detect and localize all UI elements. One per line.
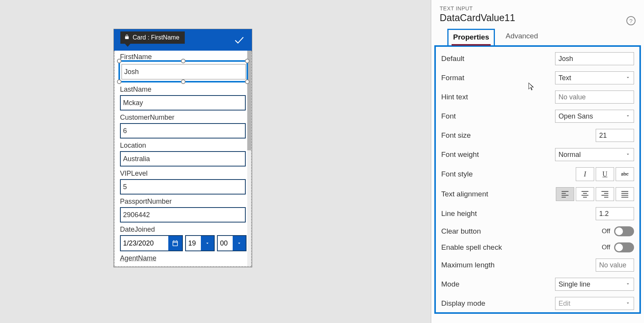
chevron-down-icon bbox=[625, 74, 631, 82]
hour-value: 19 bbox=[188, 239, 196, 247]
date-value[interactable] bbox=[121, 238, 168, 249]
lineheight-input[interactable] bbox=[596, 207, 634, 220]
field-label: CustomerNumber bbox=[120, 114, 246, 122]
minute-value: 00 bbox=[220, 239, 228, 247]
field-passportnumber[interactable]: PassportNumber bbox=[120, 198, 246, 222]
tab-properties[interactable]: Properties bbox=[447, 29, 495, 45]
prop-format: Format Text bbox=[441, 71, 634, 84]
strikethrough-button[interactable]: abc bbox=[616, 167, 634, 181]
displaymode-dropdown[interactable]: Edit bbox=[555, 297, 634, 310]
dropdown-value: Single line bbox=[559, 280, 590, 288]
prop-label: Maximum length bbox=[441, 261, 495, 269]
resize-handle[interactable] bbox=[117, 59, 122, 63]
prop-label: Format bbox=[441, 74, 464, 82]
lastname-input[interactable] bbox=[120, 95, 246, 110]
tab-advanced[interactable]: Advanced bbox=[501, 29, 543, 45]
customernumber-input[interactable] bbox=[120, 123, 246, 138]
prop-textalign: Text alignment bbox=[441, 187, 634, 201]
control-type-label: TEXT INPUT bbox=[440, 5, 636, 12]
underline-button[interactable]: U bbox=[596, 167, 614, 181]
prop-label: Font bbox=[441, 112, 456, 120]
align-right-button[interactable] bbox=[596, 187, 614, 201]
fontweight-dropdown[interactable]: Normal bbox=[555, 148, 634, 161]
resize-handle[interactable] bbox=[181, 79, 186, 84]
field-label: AgentName bbox=[120, 254, 246, 262]
field-label: PassportNumber bbox=[120, 198, 246, 206]
prop-label: Hint text bbox=[441, 93, 468, 101]
format-dropdown[interactable]: Text bbox=[555, 71, 634, 84]
hour-dropdown[interactable]: 19 bbox=[185, 235, 215, 251]
control-name: DataCardValue11 bbox=[440, 12, 636, 23]
calendar-icon[interactable] bbox=[168, 236, 182, 250]
prop-displaymode: Display mode Edit bbox=[441, 297, 634, 310]
field-firstname[interactable]: FirstName bbox=[120, 53, 246, 82]
field-label: LastName bbox=[120, 86, 246, 94]
field-viplevel[interactable]: VIPLevel bbox=[120, 170, 246, 194]
card-selection-tag[interactable]: Card : FirstName bbox=[120, 31, 185, 44]
dropdown-value: Normal bbox=[559, 151, 581, 159]
fontsize-input[interactable] bbox=[596, 129, 634, 142]
location-input[interactable] bbox=[120, 151, 246, 166]
field-agentname[interactable]: AgentName bbox=[120, 254, 246, 262]
field-lastname[interactable]: LastName bbox=[120, 86, 246, 110]
prop-label: Enable spell check bbox=[441, 243, 502, 252]
prop-fontweight: Font weight Normal bbox=[441, 148, 634, 161]
prop-label: Font style bbox=[441, 170, 473, 178]
field-label: VIPLevel bbox=[120, 170, 246, 178]
help-icon[interactable]: ? bbox=[626, 16, 636, 25]
prop-font: Font Open Sans bbox=[441, 110, 634, 123]
align-center-button[interactable] bbox=[576, 187, 594, 201]
prop-fontstyle: Font style I U abc bbox=[441, 167, 634, 181]
toggle-state: Off bbox=[602, 244, 610, 251]
card-tag-label: Card : FirstName bbox=[133, 34, 179, 41]
chevron-down-icon bbox=[233, 236, 246, 250]
prop-label: Default bbox=[441, 54, 464, 63]
prop-fontsize: Font size bbox=[441, 129, 634, 142]
font-dropdown[interactable]: Open Sans bbox=[555, 110, 634, 123]
prop-mode: Mode Single line bbox=[441, 278, 634, 291]
form-body: FirstName LastName CustomerNumber Locati… bbox=[114, 51, 252, 267]
hint-text-input[interactable] bbox=[555, 91, 634, 104]
viplevel-input[interactable] bbox=[120, 179, 246, 194]
clearbutton-toggle[interactable] bbox=[614, 226, 634, 236]
chevron-down-icon bbox=[625, 300, 631, 308]
firstname-input[interactable] bbox=[122, 64, 246, 79]
selected-control-outline[interactable] bbox=[118, 60, 248, 82]
maxlength-input[interactable] bbox=[596, 259, 634, 272]
mode-dropdown[interactable]: Single line bbox=[555, 278, 634, 291]
field-datejoined[interactable]: DateJoined 19 00 bbox=[120, 226, 246, 251]
italic-button[interactable]: I bbox=[576, 167, 594, 181]
field-location[interactable]: Location bbox=[120, 142, 246, 166]
chevron-down-icon bbox=[201, 236, 214, 250]
field-customernumber[interactable]: CustomerNumber bbox=[120, 114, 246, 138]
properties-body: Default Format Text Hint text Font Open … bbox=[434, 45, 641, 314]
prop-lineheight: Line height bbox=[441, 207, 634, 220]
chevron-down-icon bbox=[625, 112, 631, 120]
spellcheck-toggle[interactable] bbox=[614, 242, 634, 252]
prop-label: Display mode bbox=[441, 299, 485, 308]
date-picker[interactable] bbox=[120, 235, 183, 251]
prop-clearbutton: Clear button Off bbox=[441, 226, 634, 236]
prop-label: Line height bbox=[441, 209, 477, 218]
align-justify-button[interactable] bbox=[616, 187, 634, 201]
prop-maxlength: Maximum length bbox=[441, 259, 634, 272]
resize-handle[interactable] bbox=[181, 59, 186, 63]
card-header: Card : FirstName bbox=[114, 29, 252, 51]
field-label: DateJoined bbox=[120, 226, 246, 234]
passportnumber-input[interactable] bbox=[120, 207, 246, 222]
prop-label: Mode bbox=[441, 280, 460, 288]
minute-dropdown[interactable]: 00 bbox=[217, 235, 246, 251]
chevron-down-icon bbox=[625, 151, 631, 159]
prop-label: Clear button bbox=[441, 227, 481, 236]
resize-handle[interactable] bbox=[117, 79, 122, 84]
align-left-button[interactable] bbox=[556, 187, 574, 201]
form-canvas: Card : FirstName FirstName LastName bbox=[113, 29, 252, 267]
prop-default: Default bbox=[441, 52, 634, 65]
default-value-input[interactable] bbox=[555, 52, 634, 65]
resize-handle[interactable] bbox=[245, 59, 250, 63]
lock-icon bbox=[124, 34, 130, 41]
submit-check-icon[interactable] bbox=[233, 35, 244, 47]
dropdown-value: Open Sans bbox=[559, 112, 593, 120]
prop-label: Font weight bbox=[441, 150, 479, 159]
resize-handle[interactable] bbox=[245, 79, 250, 84]
